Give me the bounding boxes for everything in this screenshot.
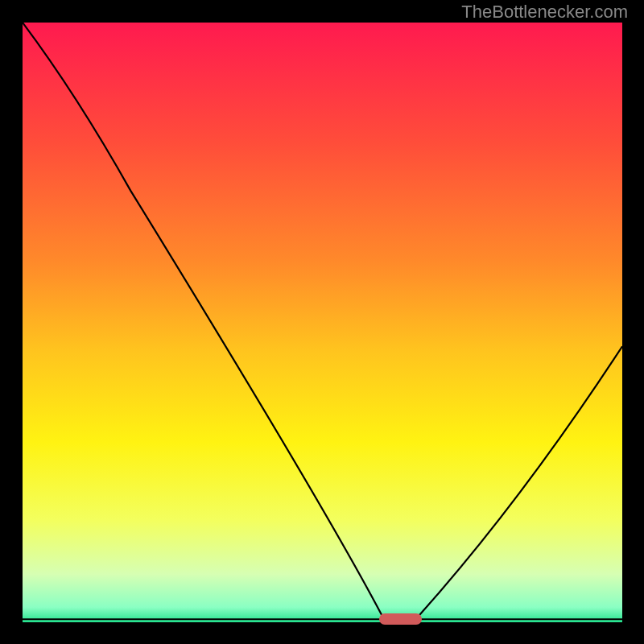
bottleneck-curve [23, 23, 622, 622]
watermark-text: TheBottlenecker.com [461, 2, 628, 23]
optimal-range-marker [379, 613, 422, 625]
plot-area [23, 23, 622, 622]
